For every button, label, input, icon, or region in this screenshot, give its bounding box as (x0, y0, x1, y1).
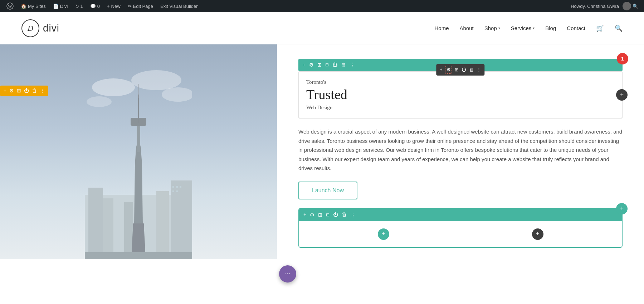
teal-toolbar-bottom: + ⚙ ⊞ ⊟ ⏻ 🗑 ⋮ (299, 209, 622, 221)
nav-search-icon[interactable]: 🔍 (615, 24, 623, 32)
nav-shop[interactable]: Shop ▾ (484, 25, 500, 31)
svg-rect-13 (176, 186, 178, 188)
launch-now-button[interactable]: Launch Now (298, 182, 357, 199)
text-trash-icon[interactable]: 🗑 (469, 67, 474, 73)
nav-about[interactable]: About (459, 25, 473, 31)
nav-services[interactable]: Services ▾ (511, 25, 535, 31)
svg-text:W: W (8, 4, 12, 9)
text-duplicate-icon[interactable]: ⊞ (455, 67, 459, 73)
right-column: + ⚙ ⊞ ⊟ ⏻ 🗑 ⋮ 1 + ⚙ (277, 44, 644, 262)
site-header: D divi Home About Shop ▾ Services ▾ Blog… (0, 12, 644, 44)
svg-rect-14 (180, 186, 181, 188)
bottom-more-icon[interactable]: ⋮ (350, 212, 356, 218)
svg-point-2 (92, 78, 135, 96)
my-sites-label: My Sites (28, 4, 46, 9)
exit-vb-label: Exit Visual Builder (160, 4, 198, 9)
badge-value: 1 (621, 56, 624, 62)
comments-button[interactable]: 💬 0 (87, 0, 103, 12)
text-power-icon[interactable]: ⏻ (462, 67, 466, 73)
nav-shop-label: Shop (484, 25, 497, 31)
edit-page-label: Edit Page (133, 4, 153, 9)
chevron-down-icon: ▾ (533, 26, 535, 30)
section-power-icon[interactable]: ⏻ (332, 62, 337, 68)
section-grid-icon[interactable]: ⊟ (325, 62, 329, 68)
row-settings-icon[interactable]: ⚙ (9, 88, 14, 94)
edit-page-button[interactable]: ✏ Edit Page (124, 0, 157, 12)
svg-rect-16 (176, 190, 178, 192)
section-add-icon[interactable]: + (303, 62, 306, 68)
sync-count: 1 (80, 4, 83, 9)
logo-letter: D (28, 24, 33, 33)
add-section-top-button[interactable]: + (616, 203, 628, 214)
bottom-teal-section: + + ⚙ ⊞ ⊟ ⏻ 🗑 ⋮ + + (298, 208, 623, 248)
two-column-layout: + ⚙ ⊞ ⊟ ⏻ 🗑 ⋮ 1 + ⚙ (0, 44, 644, 262)
nav-blog-label: Blog (545, 25, 556, 31)
nav-home-label: Home (434, 25, 449, 31)
cn-tower-svg (85, 59, 192, 259)
row-power-icon[interactable]: ⏻ (24, 88, 29, 94)
comments-count: 0 (97, 4, 100, 9)
nav-contact[interactable]: Contact (567, 25, 585, 31)
section-trash-icon[interactable]: 🗑 (341, 62, 346, 68)
svg-point-3 (131, 70, 181, 90)
sync-button[interactable]: ↻ 1 (72, 0, 87, 12)
section-columns-icon[interactable]: ⊞ (317, 62, 322, 68)
dots-icon: ··· (285, 270, 291, 278)
site-name-button[interactable]: 📄 Divi (49, 0, 72, 12)
new-label: New (111, 4, 121, 9)
bottom-grid-icon[interactable]: ⊟ (326, 212, 330, 218)
admin-bar: W 🏠 My Sites 📄 Divi ↻ 1 💬 0 + New ✏ Edit… (0, 0, 644, 12)
bottom-settings-icon[interactable]: ⚙ (310, 212, 314, 218)
row-toolbar-orange: + ⚙ ⊞ ⏻ 🗑 ⋮ (0, 86, 48, 96)
search-admin-icon[interactable]: 🔍 (633, 4, 638, 9)
bottom-columns-icon[interactable]: ⊞ (318, 212, 322, 218)
nav-cart-icon[interactable]: 🛒 (596, 24, 604, 32)
svg-rect-7 (88, 188, 103, 259)
sync-icon: ↻ (75, 4, 79, 9)
text-more-icon[interactable]: ⋮ (477, 67, 481, 73)
nav-about-label: About (459, 25, 473, 31)
site-icon: 📄 (53, 4, 59, 9)
svg-rect-12 (172, 186, 174, 188)
text-add-icon[interactable]: + (440, 67, 442, 73)
nav-blog[interactable]: Blog (545, 25, 556, 31)
row-add-icon[interactable]: + (4, 88, 6, 94)
bottom-power-icon[interactable]: ⏻ (333, 212, 338, 218)
user-avatar[interactable] (623, 2, 631, 10)
body-text: Web design is a crucial aspect of any mo… (298, 127, 623, 173)
section-more-icon[interactable]: ⋮ (350, 62, 355, 68)
heading-sub: Web Design (306, 105, 615, 111)
row-columns-icon[interactable]: ⊞ (17, 88, 21, 94)
my-sites-button[interactable]: 🏠 My Sites (17, 0, 49, 12)
nav-home[interactable]: Home (434, 25, 449, 31)
wp-logo-button[interactable]: W (3, 0, 17, 12)
bottom-add-icon[interactable]: + (303, 212, 306, 218)
nav-contact-label: Contact (567, 25, 585, 31)
bottom-trash-icon[interactable]: 🗑 (342, 212, 347, 218)
chevron-down-icon: ▾ (498, 26, 500, 30)
purple-fab-button[interactable]: ··· (279, 265, 296, 283)
nav-services-label: Services (511, 25, 532, 31)
text-settings-icon[interactable]: ⚙ (445, 66, 452, 74)
new-button[interactable]: + New (103, 0, 124, 12)
row-trash-icon[interactable]: 🗑 (32, 88, 37, 94)
add-module-button[interactable]: + (616, 89, 628, 101)
launch-now-label: Launch Now (312, 187, 344, 193)
add-right-module-button[interactable]: + (532, 228, 543, 240)
comments-icon: 💬 (90, 4, 96, 9)
svg-point-4 (162, 87, 192, 102)
svg-rect-22 (138, 95, 139, 123)
badge-number: 1 (617, 53, 628, 64)
site-logo[interactable]: D divi (21, 19, 59, 37)
exit-vb-button[interactable]: Exit Visual Builder (157, 0, 201, 12)
svg-rect-15 (172, 190, 174, 192)
svg-rect-24 (85, 252, 192, 259)
svg-rect-10 (103, 198, 113, 259)
add-left-module-button[interactable]: + (378, 228, 389, 240)
admin-bar-right: Howdy, Christina Gwira 🔍 (571, 2, 641, 10)
section-settings-icon[interactable]: ⚙ (309, 62, 314, 68)
page-content: + ⚙ ⊞ ⏻ 🗑 ⋮ (0, 44, 644, 262)
row-more-icon[interactable]: ⋮ (40, 88, 45, 94)
text-module-toolbar: + ⚙ ⊞ ⏻ 🗑 ⋮ (436, 64, 484, 76)
svg-rect-9 (156, 191, 169, 259)
